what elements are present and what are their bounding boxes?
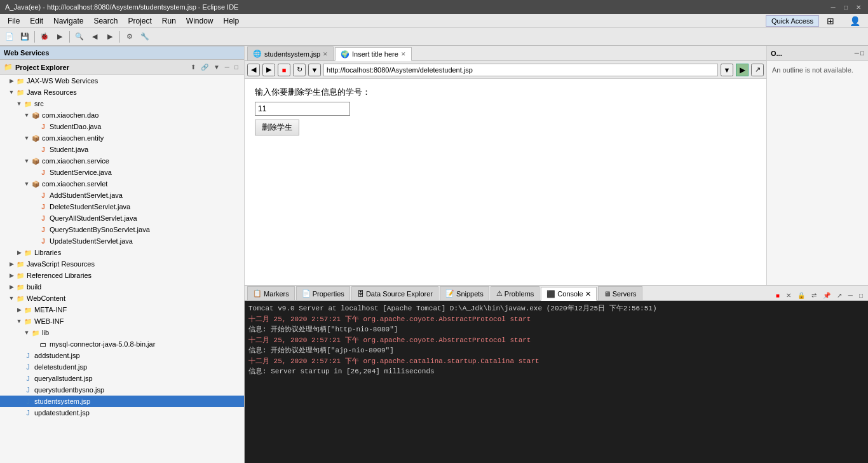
tree-arrow-lib[interactable]: ▼: [23, 329, 31, 336]
tab-markers[interactable]: 📋 Markers: [247, 286, 295, 300]
search-button[interactable]: 🔍: [72, 30, 86, 44]
tree-arrow-dao-pkg[interactable]: ▼: [23, 112, 31, 118]
menu-run[interactable]: Run: [157, 15, 181, 27]
run-button[interactable]: ▶: [53, 30, 67, 44]
tree-item-meta-inf[interactable]: ▶📁META-INF: [0, 304, 244, 315]
tree-item-addstudent-servlet[interactable]: JAddStudentServlet.java: [0, 190, 244, 201]
tab-datasource[interactable]: 🗄 Data Source Explorer: [351, 286, 438, 300]
word-wrap-icon[interactable]: ⇌: [809, 291, 819, 300]
maximize-bottom-icon[interactable]: □: [857, 291, 865, 300]
menu-window[interactable]: Window: [181, 15, 219, 27]
tree-arrow-java-resources[interactable]: ▼: [8, 89, 15, 95]
tree-item-servlet-pkg[interactable]: ▼📦com.xiaochen.servlet: [0, 178, 244, 190]
tree-arrow-jax-ws[interactable]: ▶: [8, 78, 15, 84]
tab-insert-title[interactable]: 🌍 Insert title here ✕: [335, 47, 412, 61]
tab-console[interactable]: ⬛ Console ✕: [541, 287, 596, 301]
tree-arrow-entity-pkg[interactable]: ▼: [23, 135, 31, 141]
tree-item-student-dao[interactable]: JStudentDao.java: [0, 121, 244, 132]
tree-item-web-inf[interactable]: ▼📁WEB-INF: [0, 315, 244, 327]
delete-student-button[interactable]: 删除学生: [255, 120, 299, 135]
tree-item-java-resources[interactable]: ▼📁Java Resources: [0, 86, 244, 98]
outline-minimize-icon[interactable]: ─: [855, 50, 859, 57]
tree-item-addstudent-jsp[interactable]: Jaddstudent.jsp: [0, 350, 244, 361]
student-id-input[interactable]: [255, 102, 350, 116]
tree-item-jax-ws[interactable]: ▶📁JAX-WS Web Services: [0, 75, 244, 86]
tree-arrow-web-inf[interactable]: ▼: [15, 318, 23, 324]
stop-console-icon[interactable]: ■: [773, 291, 782, 300]
open-external-button[interactable]: ↗: [751, 64, 764, 76]
maximize-panel-icon[interactable]: □: [233, 63, 240, 71]
browser-back-button[interactable]: ◀: [247, 64, 260, 76]
menu-search[interactable]: Search: [88, 15, 123, 27]
browser-forward-button[interactable]: ▶: [262, 64, 275, 76]
tab-servers[interactable]: 🖥 Servers: [598, 286, 642, 300]
close-button[interactable]: ✕: [854, 3, 863, 11]
forward-button[interactable]: ▶: [103, 30, 117, 44]
tree-item-student-java[interactable]: JStudent.java: [0, 144, 244, 155]
pin-console-icon[interactable]: 📌: [820, 291, 833, 300]
save-button[interactable]: 💾: [18, 30, 32, 44]
quick-access-button[interactable]: Quick Access: [766, 15, 819, 27]
close-console-tab[interactable]: ✕: [585, 290, 591, 298]
collapse-all-icon[interactable]: ⬆: [189, 63, 198, 71]
tree-item-mysql-jar[interactable]: 🗃mysql-connector-java-5.0.8-bin.jar: [0, 338, 244, 350]
tab-snippets[interactable]: 📝 Snippets: [440, 286, 489, 300]
tree-arrow-service-pkg[interactable]: ▼: [23, 158, 31, 164]
tree-item-js-resources[interactable]: ▶📁JavaScript Resources: [0, 258, 244, 270]
tree-item-updatestudent-servlet[interactable]: JUpdateStudentServlet.java: [0, 235, 244, 247]
scroll-lock-icon[interactable]: 🔒: [795, 291, 808, 300]
tree-item-libraries[interactable]: ▶📁Libraries: [0, 247, 244, 258]
clear-console-icon[interactable]: ✕: [783, 291, 794, 300]
new-button[interactable]: 📄: [3, 30, 17, 44]
menu-edit[interactable]: Edit: [25, 15, 48, 27]
tree-arrow-meta-inf[interactable]: ▶: [15, 307, 23, 313]
tree-arrow-webcontent[interactable]: ▼: [8, 295, 15, 301]
tree-item-querystudentbysno-jsp[interactable]: Jquerystudentbysno.jsp: [0, 384, 244, 396]
settings-button[interactable]: 🔧: [138, 30, 152, 44]
close-tab-studentsystem[interactable]: ✕: [323, 51, 328, 57]
tree-arrow-ref-libraries[interactable]: ▶: [8, 272, 15, 279]
tab-problems[interactable]: ⚠ Problems: [491, 286, 539, 300]
menu-project[interactable]: Project: [123, 15, 156, 27]
minimize-bottom-icon[interactable]: ─: [846, 291, 855, 300]
tree-arrow-libraries[interactable]: ▶: [15, 249, 23, 256]
tab-properties[interactable]: 📄 Properties: [296, 286, 350, 300]
tree-item-studentservice-java[interactable]: JStudentService.java: [0, 167, 244, 178]
tree-item-dao-pkg[interactable]: ▼📦com.xiaochen.dao: [0, 109, 244, 121]
minimize-panel-icon[interactable]: ─: [223, 63, 231, 71]
url-dropdown-button[interactable]: ▼: [721, 64, 733, 76]
tree-item-deletestudent-servlet[interactable]: JDeleteStudentServlet.java: [0, 201, 244, 212]
tree-arrow-js-resources[interactable]: ▶: [8, 261, 15, 267]
tree-item-querybysno-servlet[interactable]: JQueryStudentBySnoServlet.java: [0, 224, 244, 235]
tree-item-updatestudent-jsp[interactable]: Jupdatestudent.jsp: [0, 407, 244, 418]
tree-item-queryallstudent-jsp[interactable]: Jqueryallstudent.jsp: [0, 373, 244, 384]
tree-item-deletestudent-jsp[interactable]: Jdeletestudent.jsp: [0, 361, 244, 373]
open-console-icon[interactable]: ↗: [834, 291, 844, 300]
tree-arrow-servlet-pkg[interactable]: ▼: [23, 181, 31, 187]
link-with-editor-icon[interactable]: 🔗: [199, 63, 210, 71]
close-tab-insert-title[interactable]: ✕: [401, 51, 406, 57]
tree-item-lib[interactable]: ▼📁lib: [0, 327, 244, 338]
tab-studentsystem[interactable]: 🌐 studentsystem.jsp ✕: [247, 46, 334, 60]
perspective-icon[interactable]: ⊞: [822, 15, 839, 27]
maximize-button[interactable]: □: [841, 3, 850, 11]
tree-item-build[interactable]: ▶📁build: [0, 281, 244, 293]
tree-arrow-build[interactable]: ▶: [8, 284, 15, 290]
tree-item-src[interactable]: ▼📁src: [0, 98, 244, 109]
browser-refresh-button[interactable]: ↻: [293, 64, 306, 76]
minimize-button[interactable]: ─: [829, 3, 837, 11]
menu-navigate[interactable]: Navigate: [48, 15, 88, 27]
tree-item-entity-pkg[interactable]: ▼📦com.xiaochen.entity: [0, 132, 244, 144]
tree-item-queryall-servlet[interactable]: JQueryAllStudentServlet.java: [0, 212, 244, 224]
tree-item-studentsystem-jsp[interactable]: Jstudentsystem.jsp: [0, 396, 244, 407]
build-button[interactable]: ⚙: [123, 30, 137, 44]
debug-button[interactable]: 🐞: [37, 30, 51, 44]
tree-item-webcontent[interactable]: ▼📁WebContent: [0, 293, 244, 304]
tree-item-service-pkg[interactable]: ▼📦com.xiaochen.service: [0, 155, 244, 167]
menu-file[interactable]: File: [3, 15, 25, 27]
url-input[interactable]: http://localhost:8080/Asystem/deletestud…: [323, 64, 718, 76]
browser-stop-button[interactable]: ■: [278, 64, 290, 76]
back-button[interactable]: ◀: [88, 30, 102, 44]
outline-maximize-icon[interactable]: □: [860, 50, 864, 57]
browser-dropdown-button[interactable]: ▼: [308, 64, 321, 76]
